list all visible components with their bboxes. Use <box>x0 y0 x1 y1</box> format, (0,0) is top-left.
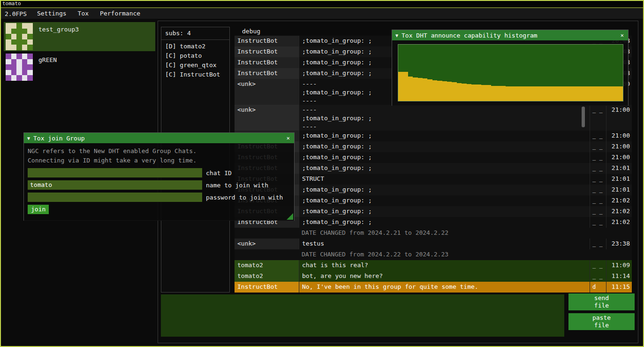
message-timestamp: 21:01 <box>606 163 632 174</box>
message-row[interactable]: <unk>testus_ _23:38 <box>235 239 632 249</box>
histogram-bar <box>467 84 471 101</box>
message-author: <unk> <box>235 105 299 131</box>
group-item-test_group3[interactable]: test_group3 <box>4 22 155 51</box>
input-password-to-join-with[interactable] <box>28 193 202 202</box>
input-chat-ID[interactable] <box>28 168 202 177</box>
message-input[interactable] <box>161 294 564 337</box>
message-text: No, I've been in this group for quite so… <box>299 282 590 293</box>
resize-grip[interactable] <box>287 213 293 220</box>
separator <box>161 39 229 40</box>
avatar-pixel <box>6 45 11 50</box>
histogram-bar <box>452 82 456 101</box>
message-text: STRUCT <box>299 174 590 185</box>
close-icon[interactable]: ✕ <box>282 135 294 141</box>
histogram-bar <box>442 81 447 101</box>
field-label: chat ID <box>206 170 232 177</box>
member-item[interactable]: [D] tomato2 <box>161 42 229 51</box>
message-text: ;tomato_in_group: ; <box>299 163 590 174</box>
histogram-bar <box>462 84 466 101</box>
message-timestamp: 11:14 <box>606 271 632 282</box>
histogram-bar <box>398 72 403 101</box>
histogram-bar <box>603 86 608 101</box>
avatar-pixel <box>22 29 28 34</box>
receipt-marks: d <box>590 282 606 293</box>
message-timestamp: 21:02 <box>606 206 632 217</box>
receipt-marks: _ _ <box>590 239 606 249</box>
menu-item-settings[interactable]: Settings <box>31 8 72 19</box>
message-author: <unk> <box>235 79 299 105</box>
message-text: ;tomato_in_group: ; <box>299 217 590 228</box>
field-label: password to join with <box>206 194 283 201</box>
avatar-pixel <box>22 75 28 81</box>
histogram-window: ▼ Tox DHT announce capability histogram … <box>392 30 629 106</box>
histogram-bar <box>432 80 437 101</box>
message-row[interactable]: tomato2chat is this real?_ _11:09 <box>235 260 632 271</box>
message-row[interactable]: InstructBotNo, I've been in this group f… <box>235 282 632 293</box>
member-item[interactable]: [C] potato <box>161 51 229 61</box>
close-icon[interactable]: ✕ <box>616 32 628 39</box>
menu-item-tox[interactable]: Tox <box>72 8 94 19</box>
avatar-pixel <box>22 39 28 45</box>
histogram-bar <box>403 72 408 101</box>
join-button[interactable]: join <box>28 205 49 214</box>
group-avatar <box>6 54 33 81</box>
message-row[interactable]: <unk>----;tomato_in_group: ;----_ _21:00 <box>235 105 632 131</box>
message-line: ;tomato_in_group: ; <box>302 114 590 123</box>
message-line: STRUCT <box>302 174 590 184</box>
histogram-bar <box>418 78 423 101</box>
histogram-bar <box>491 86 496 101</box>
histogram-bar <box>496 86 500 101</box>
group-item-gREEN[interactable]: gREEN <box>4 53 155 82</box>
histogram-bar <box>569 86 574 101</box>
paste-file-button[interactable]: paste file <box>568 313 635 330</box>
message-row[interactable]: tomato2bot, are you new here?_ _11:14 <box>235 271 632 282</box>
histogram-bar <box>593 86 598 101</box>
join-field-row: tomatoname to join with <box>28 180 290 190</box>
member-item[interactable]: [C] InstructBot <box>161 70 229 79</box>
receipt-marks: _ _ <box>590 105 606 131</box>
avatar-pixel <box>6 34 11 39</box>
avatar-pixel <box>6 70 11 76</box>
message-scrollbar[interactable] <box>582 107 585 127</box>
receipt-marks: _ _ <box>590 271 606 282</box>
date-changed-row: DATE CHANGED from 2024.2.21 to 2024.2.22 <box>235 228 632 239</box>
histogram-bar <box>520 86 525 101</box>
join-group-window-body: NGC refers to the New DHT enabled Group … <box>24 143 294 221</box>
avatar-pixel <box>22 64 28 70</box>
button-label-line: paste <box>568 314 635 322</box>
avatar-pixel <box>27 23 33 29</box>
message-line: ;tomato_in_group: ; <box>302 163 590 173</box>
input-name-to-join-with[interactable]: tomato <box>28 180 202 190</box>
send-file-button[interactable]: send file <box>568 293 635 310</box>
histogram-plot <box>398 44 623 101</box>
chat-debug-header[interactable]: debug <box>242 27 260 36</box>
message-line: ;tomato_in_group: ; <box>302 131 590 141</box>
message-text: ;tomato_in_group: ; <box>299 195 590 206</box>
avatar-pixel <box>6 75 11 81</box>
histogram-window-title: Tox DHT announce capability histogram <box>402 32 616 39</box>
message-line: ;tomato_in_group: ; <box>302 217 590 227</box>
histogram-bar <box>510 86 515 101</box>
avatar-pixel <box>22 45 28 50</box>
member-item[interactable]: [C] green_qtox <box>161 61 229 70</box>
menu-bar: 2.0FPS SettingsToxPerformance <box>0 8 644 19</box>
histogram-window-titlebar[interactable]: ▼ Tox DHT announce capability histogram … <box>392 30 628 40</box>
collapse-arrow-icon[interactable]: ▼ <box>395 33 398 38</box>
message-line: ;tomato_in_group: ; <box>302 195 590 206</box>
histogram-bar <box>427 79 432 101</box>
histogram-bar <box>589 86 593 101</box>
receipt-marks: _ _ <box>590 195 606 206</box>
window-title: tomato <box>2 0 21 7</box>
avatar-pixel <box>16 64 22 70</box>
menu-item-performance[interactable]: Performance <box>94 8 146 19</box>
message-text: ;tomato_in_group: ; <box>299 141 590 152</box>
receipt-marks: _ _ <box>590 206 606 217</box>
avatar-pixel <box>27 39 33 45</box>
collapse-arrow-icon[interactable]: ▼ <box>27 136 30 141</box>
message-author: InstructBot <box>235 46 299 57</box>
histogram-bar <box>608 86 613 101</box>
window-titlebar[interactable]: tomato <box>0 0 644 8</box>
join-group-window-titlebar[interactable]: ▼ Tox join Group ✕ <box>24 133 294 143</box>
message-line: ---- <box>302 106 590 114</box>
message-line: ;tomato_in_group: ; <box>302 185 590 195</box>
